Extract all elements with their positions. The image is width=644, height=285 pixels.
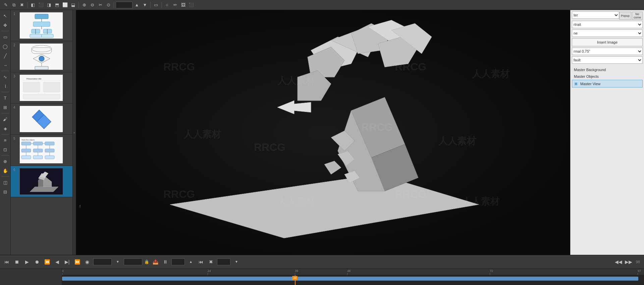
svg-text:RRCG: RRCG	[163, 61, 195, 73]
left-btn-pointer[interactable]: ↖	[1, 11, 10, 20]
left-btn-group[interactable]: ⊡	[1, 145, 10, 154]
left-btn-text[interactable]: T	[1, 94, 10, 102]
no-come-btn[interactable]: No come	[632, 12, 643, 20]
pause-btn[interactable]: ⏸	[161, 258, 169, 266]
time-start-field[interactable]: 24.00	[93, 259, 112, 265]
transport-next-frame-btn[interactable]: ▶|	[63, 258, 71, 266]
toolbar-btn-pencil[interactable]: ✏	[171, 1, 179, 9]
right-panel-top-row: ter Popup No come	[572, 11, 643, 20]
toolbar-btn-circle[interactable]: ○	[163, 1, 171, 9]
left-btn-zoom-view[interactable]: ⊕	[1, 157, 10, 166]
left-btn-curve[interactable]: ∿	[1, 72, 10, 81]
master-background-item[interactable]: Master Background	[572, 66, 643, 73]
toolbar-btn-zoom-fit[interactable]: ⊙	[105, 1, 112, 9]
timeline-bar-main[interactable]	[62, 277, 638, 281]
frame-current-field[interactable]: 39	[171, 259, 185, 265]
ruler-line-39	[295, 273, 295, 275]
right-dropdown-none[interactable]: ne	[572, 30, 643, 37]
left-btn-extra1[interactable]: ◫	[1, 178, 10, 187]
transport-prev-btn[interactable]: ⏪	[43, 258, 51, 266]
slide-item-3[interactable]: 3 Presentation title	[11, 72, 72, 104]
zoom-value-input[interactable]: 0.58	[116, 2, 132, 8]
toolbar-btn-zoom-out[interactable]: ⊖	[89, 1, 96, 9]
svg-rect-36	[45, 149, 54, 152]
transport-next-btn[interactable]: ⏩	[73, 258, 81, 266]
transport-keyframe-btn[interactable]: ◉	[83, 258, 91, 266]
time-end-field[interactable]: 23.04	[124, 259, 142, 265]
svg-rect-9	[30, 34, 42, 38]
master-items-list: Master Background Master Objects ▣ Maste…	[572, 66, 643, 88]
slide-item-2[interactable]: 2	[11, 41, 72, 72]
toolbar-btn-align-bottom[interactable]: ⬓	[69, 1, 77, 9]
toolbar-btn-zoom-down[interactable]: ▼	[141, 1, 149, 9]
slide-thumb-5: State flow objects	[19, 137, 63, 164]
left-btn-hand[interactable]: ✋	[1, 166, 10, 175]
transport-play-btn[interactable]: ▶	[23, 258, 31, 266]
toolbar-btn-new[interactable]: ✎	[2, 1, 9, 9]
toolbar-btn-align-center[interactable]: ⬛	[37, 1, 45, 9]
viewport[interactable]: RRCG 人人素材 RRCG 人人素材 人人素材 RRCG RRCG 人人素材 …	[76, 10, 570, 255]
transport-stop-btn[interactable]: ⏹	[13, 258, 21, 266]
frame-clear-btn[interactable]: ✖	[207, 258, 215, 266]
frame-down-btn[interactable]: ▼	[232, 258, 240, 266]
timeline-labels	[0, 269, 62, 285]
frame-zero-field[interactable]: 0	[217, 259, 230, 265]
toolbar-btn-align-left[interactable]: ◧	[29, 1, 37, 9]
svg-rect-34	[21, 149, 31, 152]
timeline-bar-area: 39	[62, 275, 644, 285]
time-down-btn[interactable]: ▼	[114, 258, 122, 266]
toolbar-btn-zoom-up[interactable]: ▲	[133, 1, 141, 9]
playhead[interactable]: 39	[295, 275, 296, 285]
left-btn-layers[interactable]: ≡	[1, 136, 10, 145]
left-btn-fill[interactable]: ◈	[1, 124, 10, 133]
ruler-mark-24: 24	[208, 269, 211, 273]
ruler-mark-0: 0	[62, 269, 64, 273]
left-btn-rect[interactable]: ▭	[1, 33, 10, 41]
toolbar-btn-copy[interactable]: ⧉	[10, 1, 17, 9]
transport-record-btn[interactable]: ⏺	[33, 258, 41, 266]
svg-rect-21	[23, 82, 40, 92]
toolbar-btn-align-middle[interactable]: ⬜	[61, 1, 69, 9]
transport-rewind-btn[interactable]: ⏮	[3, 258, 11, 266]
left-btn-move[interactable]: ✥	[1, 21, 10, 30]
toolbar-btn-record[interactable]: ⬛	[187, 1, 195, 9]
toolbar-btn-zoom-in[interactable]: ⊕	[80, 1, 88, 9]
frame-up-btn[interactable]: ▲	[187, 258, 195, 266]
left-btn-arrow[interactable]: →	[1, 61, 10, 69]
left-btn-grid[interactable]: ⊞	[1, 103, 10, 112]
toolbar-btn-screen[interactable]: ▭	[152, 1, 160, 9]
master-view-icon: ▣	[574, 81, 578, 86]
popup-btn[interactable]: Popup	[619, 12, 631, 20]
export-btn[interactable]: 📤	[151, 258, 159, 266]
toolbar-btn-crop[interactable]: ✂	[97, 1, 104, 9]
insert-image-btn[interactable]: Insert Image	[572, 38, 643, 46]
svg-text:人人素材: 人人素材	[438, 136, 476, 146]
left-btn-path[interactable]: ⌇	[1, 82, 10, 91]
master-objects-item[interactable]: Master Objects	[572, 73, 643, 80]
slide-item-6[interactable]: 6	[11, 166, 72, 197]
left-btn-line[interactable]: ╱	[1, 51, 10, 60]
timeline-prev-btn[interactable]: ◀◀	[614, 258, 623, 266]
timeline-track[interactable]: 0 24 39 48 72 97 39	[62, 269, 644, 285]
timeline-next-btn[interactable]: ▶▶	[625, 258, 633, 266]
slide-item-4[interactable]: 4	[11, 104, 72, 135]
slide-item-1[interactable]: 1	[11, 10, 72, 41]
right-dropdown-master[interactable]: ter	[572, 11, 619, 19]
left-btn-circle[interactable]: ◯	[1, 42, 10, 51]
right-dropdown-default[interactable]: fault	[572, 56, 643, 64]
transport-prev-frame-btn[interactable]: ◀	[53, 258, 61, 266]
right-dropdown-portrait[interactable]: rtrait	[572, 21, 643, 28]
panel-collapse-handle[interactable]	[73, 10, 76, 255]
toolbar-sep-2	[78, 2, 79, 8]
left-btn-extra2[interactable]: ⊟	[1, 187, 10, 196]
toolbar-btn-image[interactable]: 🖼	[179, 1, 187, 9]
toolbar-btn-align-top[interactable]: ⬒	[53, 1, 61, 9]
left-btn-brush[interactable]: 🖌	[1, 115, 10, 123]
toolbar-btn-delete[interactable]: ✖	[18, 1, 25, 9]
toolbar-btn-align-right[interactable]: ◨	[45, 1, 53, 9]
ruler-mark-39: 39	[295, 269, 298, 273]
master-view-item[interactable]: ▣ Master View	[572, 80, 643, 88]
right-dropdown-normal[interactable]: rmal 0.75"	[572, 48, 643, 55]
slide-item-5[interactable]: 5 State flow objects	[11, 135, 72, 166]
frame-skip-start-btn[interactable]: ⏮	[197, 258, 205, 266]
